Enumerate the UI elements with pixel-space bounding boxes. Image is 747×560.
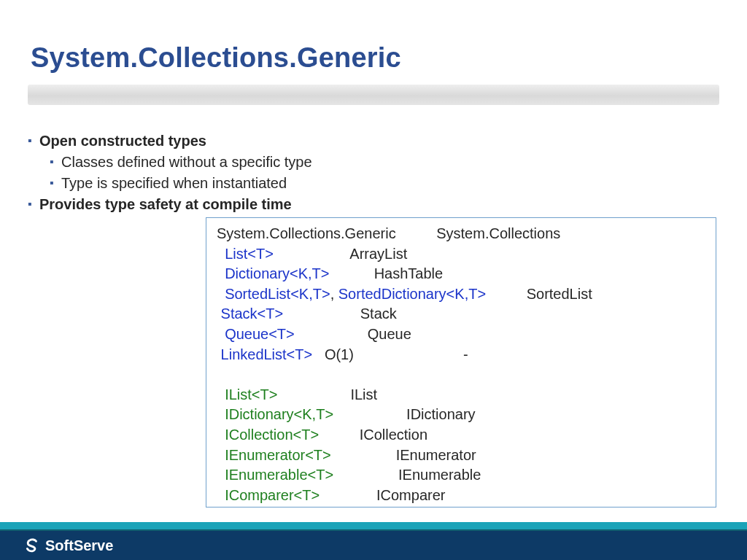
softserve-s-icon [22, 536, 41, 555]
footer: SoftServe [0, 516, 747, 560]
table-row: Queue<T> Queue [217, 324, 705, 345]
slide-title: System.Collections.Generic [31, 42, 401, 74]
table-row: IDictionary<K,T> IDictionary [217, 405, 705, 425]
bullet-text: Open constructed types [39, 131, 206, 151]
bullet-mark-icon: ▪ [50, 174, 61, 192]
comparison-table: System.Collections.Generic System.Collec… [206, 217, 716, 508]
table-row: IList<T> IList [217, 385, 705, 405]
table-row: Dictionary<K,T> HashTable [217, 264, 705, 284]
table-row: ICollection<T> ICollection [217, 425, 705, 446]
table-row: IEnumerator<T> IEnumerator [217, 446, 705, 466]
bullet-classes-defined: ▪ Classes defined without a specific typ… [50, 152, 719, 172]
table-row: IComparer<T> IComparer [217, 486, 705, 506]
table-row: IComparable<T> IComparable [217, 505, 705, 508]
table-row: List<T> ArrayList [217, 244, 705, 265]
bullet-type-specified: ▪ Type is specified when instantiated [50, 174, 719, 193]
brand-name: SoftServe [45, 537, 113, 554]
bullet-text: Type is specified when instantiated [61, 174, 287, 193]
table-spacer [217, 365, 705, 385]
footer-accent-strip [0, 522, 747, 531]
bullet-mark-icon: ▪ [28, 195, 39, 214]
bullet-text: Provides type safety at compile time [39, 195, 292, 214]
bullet-open-constructed: ▪ Open constructed types [28, 131, 719, 151]
table-row: SortedList<K,T>, SortedDictionary<K,T> S… [217, 284, 705, 305]
table-row: Stack<T> Stack [217, 304, 705, 324]
bullet-mark-icon: ▪ [50, 152, 61, 171]
table-header: System.Collections.Generic System.Collec… [217, 224, 705, 244]
bullet-mark-icon: ▪ [28, 131, 39, 150]
body-content: ▪ Open constructed types ▪ Classes defin… [28, 130, 719, 216]
bullet-type-safety: ▪ Provides type safety at compile time [28, 195, 719, 214]
brand-logo: SoftServe [22, 536, 113, 555]
bullet-text: Classes defined without a specific type [61, 152, 312, 172]
table-row: LinkedList<T> O(1) - [217, 345, 705, 365]
footer-band: SoftServe [0, 531, 747, 560]
title-underline [28, 85, 719, 105]
table-row: IEnumerable<T> IEnumerable [217, 465, 705, 486]
